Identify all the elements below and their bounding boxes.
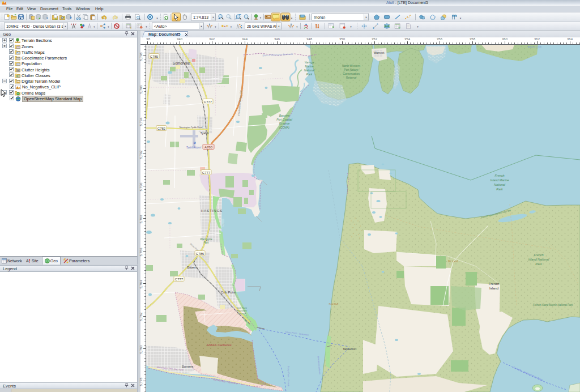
svg-text:Park: Park bbox=[306, 73, 313, 76]
svg-text:A780: A780 bbox=[204, 146, 213, 149]
svg-text:+: + bbox=[224, 24, 226, 28]
svg-text:Port Coastal: Port Coastal bbox=[276, 118, 292, 121]
svg-text:Yaringa: Yaringa bbox=[305, 61, 314, 64]
svg-text:Warringine: Warringine bbox=[200, 238, 212, 241]
svg-text:Bittern: Bittern bbox=[187, 266, 197, 269]
svg-text:National: National bbox=[304, 69, 315, 72]
svg-text:C785: C785 bbox=[150, 55, 159, 58]
svg-text:Mornington-Tyabb Road: Mornington-Tyabb Road bbox=[180, 126, 203, 129]
svg-text:(CCMA): (CCMA) bbox=[279, 126, 289, 129]
svg-text:Marine: Marine bbox=[305, 65, 314, 68]
svg-text:Somerville: Somerville bbox=[173, 61, 190, 65]
svg-text:Red Bluff: Red Bluff bbox=[329, 302, 339, 305]
svg-text:Port Nature: Port Nature bbox=[344, 68, 359, 71]
svg-text:C777: C777 bbox=[175, 278, 184, 281]
svg-text:French: French bbox=[534, 253, 543, 257]
svg-text:Tankerton: Tankerton bbox=[343, 347, 356, 351]
svg-text:Conservation: Conservation bbox=[343, 72, 360, 75]
svg-text:C777: C777 bbox=[204, 100, 212, 104]
svg-text:Reserve: Reserve bbox=[238, 312, 247, 315]
svg-text:Island: Island bbox=[489, 287, 498, 290]
svg-text:C777: C777 bbox=[202, 171, 211, 174]
svg-text:North Western: North Western bbox=[342, 64, 360, 67]
svg-text:A: A bbox=[26, 259, 29, 263]
svg-text:Tyabb: Tyabb bbox=[201, 131, 209, 135]
svg-text:Bayview: Bayview bbox=[279, 114, 290, 117]
svg-text:HMAS Cerberus: HMAS Cerberus bbox=[207, 343, 232, 347]
svg-text:C782: C782 bbox=[157, 127, 166, 130]
svg-text:Somers: Somers bbox=[182, 365, 194, 368]
svg-text:C786: C786 bbox=[196, 252, 204, 255]
svg-text:Crib Point: Crib Point bbox=[221, 291, 236, 294]
svg-text:Reserve: Reserve bbox=[346, 76, 357, 79]
svg-text:HASTINGS: HASTINGS bbox=[201, 209, 223, 212]
svg-text:National: National bbox=[494, 183, 506, 186]
svg-text:Adams Creek: Adams Creek bbox=[527, 45, 542, 48]
svg-text:Tyabb Airport: Tyabb Airport bbox=[186, 146, 202, 149]
svg-text:Park: Park bbox=[535, 262, 542, 266]
svg-text:Mc Leod: Mc Leod bbox=[448, 260, 458, 263]
svg-text:French Island Marine National: French Island Marine National Park bbox=[533, 304, 573, 306]
svg-text:French: French bbox=[489, 282, 500, 286]
svg-text:Stony Point - French: Stony Point - French bbox=[287, 366, 290, 387]
svg-text:Island National: Island National bbox=[528, 258, 549, 261]
svg-text:Warneet: Warneet bbox=[374, 51, 385, 54]
svg-text:Park: Park bbox=[203, 241, 209, 244]
svg-text:!: ! bbox=[130, 25, 131, 29]
svg-text:Reserve: Reserve bbox=[279, 122, 290, 125]
svg-text:Island Marine: Island Marine bbox=[490, 178, 509, 182]
svg-text:Park: Park bbox=[496, 188, 503, 191]
svg-text:French: French bbox=[494, 174, 504, 177]
